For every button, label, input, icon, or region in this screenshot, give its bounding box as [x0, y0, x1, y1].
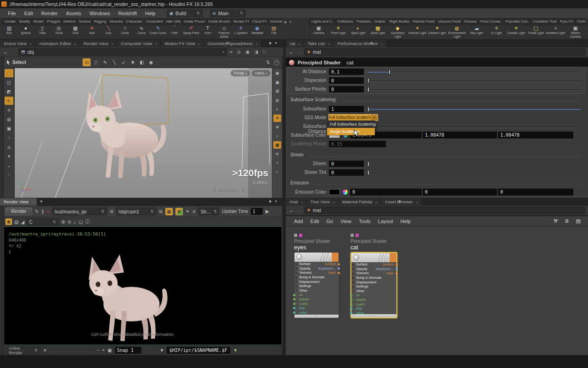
network-menu-item[interactable]: Go — [323, 218, 337, 225]
pane-tab[interactable]: Material Palette — [339, 198, 381, 206]
section-header[interactable]: Subsurface Scattering — [286, 97, 585, 104]
pane-tab[interactable]: Animation Editor — [35, 40, 79, 47]
scene-tool-button[interactable]: ◫ — [5, 78, 13, 86]
shelf-tool[interactable]: ◍ Environment Light — [447, 25, 467, 40]
disclosure-icon[interactable] — [294, 289, 299, 292]
node-port-row[interactable]: Other — [294, 288, 339, 293]
info-icon[interactable]: ⓘ — [85, 218, 90, 225]
menu-item[interactable]: Redshift — [114, 10, 141, 17]
disclosure-icon[interactable] — [294, 271, 299, 274]
zoom-in-icon[interactable]: ⊕ — [61, 219, 65, 224]
network-menu-item[interactable]: Edit — [307, 218, 323, 225]
node-display-flag[interactable] — [299, 234, 302, 237]
pane-tab[interactable]: Render View — [80, 40, 117, 47]
cat-model[interactable] — [69, 75, 179, 190]
save-path-field[interactable]: $HIP/ipr/$SNAPNAME.$F — [167, 347, 230, 354]
node-port-row[interactable]: Textures layer — [351, 271, 396, 276]
shelf-tab[interactable]: Grains — [372, 18, 386, 25]
shelf-tab[interactable]: Pyro FX — [557, 18, 574, 25]
display-option-button[interactable]: ⊕ — [273, 123, 281, 131]
zoom-out-icon[interactable]: ⊖ — [68, 219, 71, 224]
network-menu-item[interactable]: Add — [290, 218, 307, 225]
scene-tool-button[interactable]: ⬚ — [5, 69, 13, 77]
shelf-tab[interactable]: Model — [31, 18, 44, 25]
disclosure-icon[interactable] — [351, 285, 356, 288]
node-port-row[interactable]: vdisp — [294, 310, 339, 315]
forward-icon[interactable]: → — [296, 49, 302, 55]
shelf-tool[interactable]: ▣ Stereo Camera — [565, 25, 585, 40]
color-component-field[interactable]: 0 — [350, 189, 422, 196]
param-slider[interactable] — [368, 72, 581, 73]
param-path-field[interactable]: ❖ mat — [304, 48, 585, 56]
network-toolbar-icons[interactable] — [553, 218, 583, 224]
gamma-slider[interactable] — [50, 350, 94, 351]
param-field[interactable]: 0 — [329, 86, 364, 92]
shelf-tab[interactable]: Volume — [267, 18, 282, 25]
shelf-tab[interactable]: Particle Fluids — [410, 18, 435, 25]
desktop-selector[interactable]: ▣ Build — [167, 10, 203, 17]
shelf-tool[interactable]: ✎ Draw Curve — [150, 25, 166, 40]
forward-icon[interactable]: → — [11, 49, 17, 55]
disclosure-icon[interactable] — [294, 276, 299, 279]
pane-stow-strip[interactable] — [0, 206, 4, 355]
view-menu-persp[interactable]: Persp — [231, 70, 250, 76]
disclosure-icon[interactable] — [351, 263, 356, 266]
input-port-dot[interactable] — [350, 294, 352, 297]
shelf-tool[interactable]: ∿ Curve — [133, 25, 150, 40]
node-port-row[interactable]: Settings — [294, 284, 339, 288]
menu-item[interactable]: Windows — [85, 10, 114, 17]
shelf-tool[interactable]: ▢ Portal Light — [526, 25, 546, 40]
shelf-tab[interactable]: Terrain FX — [230, 18, 249, 25]
input-port-dot[interactable] — [350, 307, 352, 310]
scene-tool-button[interactable]: ⁘ — [5, 133, 13, 142]
node-name[interactable]: eyes — [294, 244, 306, 251]
rop-selector[interactable]: /out/mantra_ipr — [52, 207, 107, 215]
help-icon[interactable]: ? — [274, 60, 279, 65]
scene-tool-button[interactable]: ◌ — [5, 170, 13, 178]
spinner-icon[interactable] — [238, 10, 243, 17]
display-option-button[interactable]: ✓ — [273, 168, 281, 176]
shading-selector[interactable]: Sh... — [198, 207, 219, 215]
color-wheel-icon[interactable] — [342, 189, 348, 195]
pane-tab[interactable]: /mat — [286, 198, 306, 206]
sss-mode-dropdown[interactable]: Full Subsurface Scattering ▾ — [328, 114, 378, 121]
scene-tool-button[interactable]: ▾ — [5, 152, 13, 160]
output-port-dot[interactable] — [338, 272, 340, 274]
shelf-tool[interactable]: ◐ Spot Light — [348, 25, 368, 40]
new-pane-tab-button[interactable] — [223, 40, 231, 47]
color-swatch[interactable] — [329, 189, 340, 195]
input-port-dot[interactable] — [350, 303, 352, 305]
network-menu-item[interactable]: View — [337, 218, 355, 225]
color-component-field[interactable]: 0 — [498, 189, 573, 196]
view-selector[interactable]: ⊕ Main — [210, 10, 246, 17]
node-port-row[interactable]: coatN — [294, 301, 339, 306]
render-ball-icon[interactable]: ◉ — [6, 218, 12, 225]
scene-tool-button[interactable]: ▣ — [5, 124, 13, 132]
scene-tool-button[interactable]: ◬ — [5, 143, 13, 151]
scene-viewport[interactable]: Persp cam1 >120fps 5.59ms 8 objects, 8 s… — [15, 68, 272, 198]
node-port-row[interactable]: Opacity displacem... — [294, 266, 339, 271]
close-icon[interactable]: ✕ — [43, 348, 47, 353]
disclosure-icon[interactable] — [294, 263, 299, 265]
node-port-row[interactable]: Bump & Normals — [294, 275, 339, 280]
param-field[interactable]: 1 — [329, 106, 364, 112]
snapshot-name-field[interactable]: Snap 1 — [115, 347, 141, 354]
magnifier-icon[interactable]: ☌ — [192, 209, 196, 214]
pane-tab[interactable]: Geometry Spreadsheet — [204, 40, 261, 47]
select-style-button[interactable]: ✎ — [101, 58, 109, 66]
shelf-tab[interactable]: Modify — [17, 18, 30, 25]
back-icon[interactable]: ← — [288, 207, 294, 213]
input-port-dot[interactable] — [293, 303, 295, 305]
param-field[interactable]: 0 — [329, 161, 364, 167]
shelf-tool[interactable]: ☀ Point Light — [328, 25, 348, 40]
minus-icon[interactable]: − — [96, 348, 99, 353]
select-style-button[interactable]: ⬯ — [92, 58, 100, 66]
scene-tool-button[interactable]: ↖ — [5, 97, 13, 105]
node-port-row[interactable]: uv — [351, 293, 396, 298]
pane-tab[interactable]: Performance Monitor — [334, 40, 386, 47]
menu-option[interactable]: Full Subsurface Scattering — [327, 121, 375, 128]
section-header[interactable]: Emission — [286, 180, 585, 187]
node-port-row[interactable]: coatN — [351, 302, 396, 306]
node-port-row[interactable]: Surface surface — [294, 262, 339, 266]
shelf-tool[interactable]: ✐ Spray Paint — [183, 25, 199, 40]
